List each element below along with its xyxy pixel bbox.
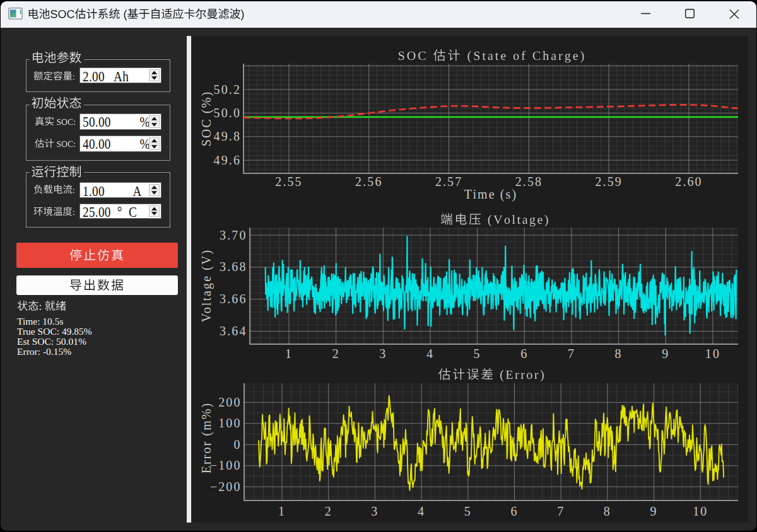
svg-text:10: 10 bbox=[693, 504, 708, 518]
svg-text:200: 200 bbox=[218, 395, 241, 409]
svg-text:3: 3 bbox=[371, 504, 378, 518]
svg-text:7: 7 bbox=[568, 347, 575, 361]
svg-text:−200: −200 bbox=[210, 480, 242, 494]
svg-text:−100: −100 bbox=[210, 458, 242, 472]
svg-text:1: 1 bbox=[278, 504, 286, 518]
svg-text:Error (m%): Error (m%) bbox=[199, 402, 214, 474]
svg-text:8: 8 bbox=[615, 347, 623, 361]
svg-text:2.55: 2.55 bbox=[275, 175, 302, 188]
svg-text:49.6: 49.6 bbox=[214, 153, 241, 167]
svg-text:50.2: 50.2 bbox=[214, 83, 241, 96]
svg-text:Time (s): Time (s) bbox=[464, 187, 517, 202]
svg-text:3.66: 3.66 bbox=[220, 292, 247, 306]
svg-text:1: 1 bbox=[285, 347, 293, 361]
svg-text:5: 5 bbox=[464, 504, 472, 518]
svg-text:Voltage (V): Voltage (V) bbox=[199, 249, 214, 323]
svg-text:2.56: 2.56 bbox=[355, 175, 382, 188]
svg-text:100: 100 bbox=[218, 416, 241, 430]
svg-text:7: 7 bbox=[557, 504, 565, 518]
svg-text:4: 4 bbox=[418, 504, 425, 518]
svg-text:10: 10 bbox=[705, 347, 720, 361]
svg-text:6: 6 bbox=[520, 347, 528, 361]
svg-text:3.64: 3.64 bbox=[220, 324, 247, 338]
svg-text:3: 3 bbox=[379, 347, 387, 361]
svg-text:49.8: 49.8 bbox=[214, 129, 241, 143]
svg-text:2.58: 2.58 bbox=[515, 175, 543, 188]
svg-text:2.60: 2.60 bbox=[675, 175, 702, 188]
svg-text:4: 4 bbox=[426, 347, 434, 361]
svg-text:50.0: 50.0 bbox=[214, 106, 241, 120]
svg-text:8: 8 bbox=[604, 504, 611, 518]
svg-text:2.57: 2.57 bbox=[435, 175, 462, 188]
svg-text:6: 6 bbox=[510, 504, 518, 518]
svg-text:2.59: 2.59 bbox=[595, 175, 622, 188]
svg-text:2: 2 bbox=[332, 347, 340, 361]
svg-text:9: 9 bbox=[650, 504, 658, 518]
svg-text:3.70: 3.70 bbox=[220, 228, 247, 242]
svg-text:9: 9 bbox=[662, 347, 669, 361]
svg-text:2: 2 bbox=[325, 504, 332, 518]
svg-text:5: 5 bbox=[474, 347, 481, 361]
svg-text:0: 0 bbox=[233, 437, 241, 451]
svg-text:3.68: 3.68 bbox=[220, 260, 247, 274]
svg-text:SOC (%): SOC (%) bbox=[199, 91, 214, 147]
